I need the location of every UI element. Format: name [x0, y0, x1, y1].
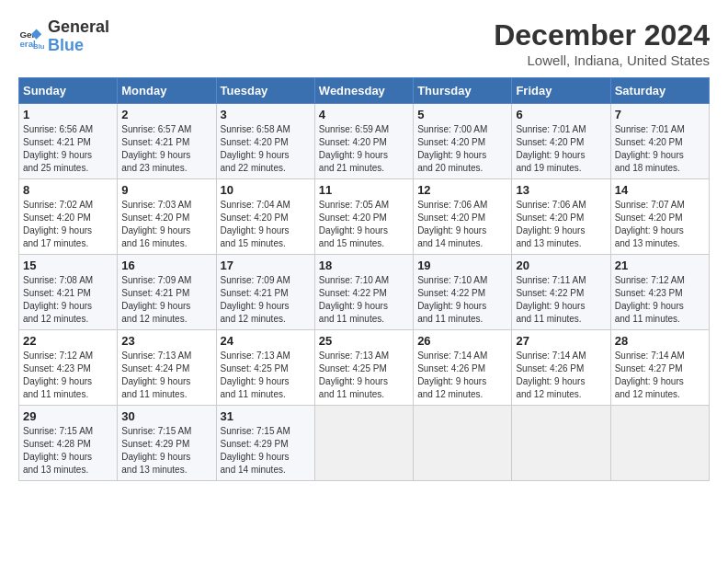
- day-number: 4: [319, 108, 409, 121]
- calendar-day-cell: 10Sunrise: 7:04 AM Sunset: 4:20 PM Dayli…: [216, 179, 314, 255]
- day-info: Sunrise: 7:09 AM Sunset: 4:21 PM Dayligh…: [121, 274, 211, 326]
- day-number: 13: [516, 183, 606, 197]
- calendar-day-cell: 14Sunrise: 7:07 AM Sunset: 4:20 PM Dayli…: [610, 179, 709, 255]
- day-info: Sunrise: 6:57 AM Sunset: 4:21 PM Dayligh…: [121, 123, 211, 175]
- calendar-day-cell: 5Sunrise: 7:00 AM Sunset: 4:20 PM Daylig…: [414, 104, 512, 179]
- calendar-day-cell: [610, 406, 709, 481]
- day-info: Sunrise: 7:05 AM Sunset: 4:20 PM Dayligh…: [319, 199, 409, 250]
- day-number: 11: [319, 183, 409, 197]
- day-number: 3: [221, 108, 311, 121]
- day-info: Sunrise: 6:56 AM Sunset: 4:21 PM Dayligh…: [23, 123, 113, 175]
- day-info: Sunrise: 7:01 AM Sunset: 4:20 PM Dayligh…: [516, 123, 606, 175]
- logo-text: General Blue: [48, 18, 109, 55]
- calendar-day-cell: 4Sunrise: 6:59 AM Sunset: 4:20 PM Daylig…: [314, 104, 413, 179]
- calendar-day-cell: 28Sunrise: 7:14 AM Sunset: 4:27 PM Dayli…: [610, 330, 709, 406]
- calendar-day-cell: 16Sunrise: 7:09 AM Sunset: 4:21 PM Dayli…: [118, 255, 216, 330]
- page-header: Gen eral Blue General Blue December 2024…: [18, 18, 710, 68]
- calendar-header-sunday: Sunday: [19, 78, 118, 104]
- calendar-day-cell: 12Sunrise: 7:06 AM Sunset: 4:20 PM Dayli…: [414, 179, 512, 255]
- day-number: 10: [221, 183, 311, 197]
- day-number: 27: [516, 334, 606, 348]
- calendar-day-cell: 20Sunrise: 7:11 AM Sunset: 4:22 PM Dayli…: [512, 255, 610, 330]
- calendar-day-cell: 1Sunrise: 6:56 AM Sunset: 4:21 PM Daylig…: [19, 104, 118, 179]
- page-subtitle: Lowell, Indiana, United States: [494, 52, 710, 68]
- calendar-day-cell: [314, 406, 413, 481]
- day-number: 18: [319, 259, 409, 272]
- calendar-day-cell: 3Sunrise: 6:58 AM Sunset: 4:20 PM Daylig…: [216, 104, 314, 179]
- day-info: Sunrise: 7:01 AM Sunset: 4:20 PM Dayligh…: [615, 123, 705, 175]
- day-number: 23: [121, 334, 211, 348]
- day-info: Sunrise: 7:03 AM Sunset: 4:20 PM Dayligh…: [121, 199, 211, 250]
- day-info: Sunrise: 7:04 AM Sunset: 4:20 PM Dayligh…: [221, 199, 311, 250]
- calendar-day-cell: 8Sunrise: 7:02 AM Sunset: 4:20 PM Daylig…: [19, 179, 118, 255]
- day-number: 29: [23, 409, 113, 423]
- day-info: Sunrise: 7:06 AM Sunset: 4:20 PM Dayligh…: [417, 199, 507, 250]
- day-number: 21: [615, 259, 705, 272]
- day-info: Sunrise: 7:09 AM Sunset: 4:21 PM Dayligh…: [221, 274, 311, 326]
- calendar-day-cell: 26Sunrise: 7:14 AM Sunset: 4:26 PM Dayli…: [414, 330, 512, 406]
- calendar-day-cell: 9Sunrise: 7:03 AM Sunset: 4:20 PM Daylig…: [118, 179, 216, 255]
- day-info: Sunrise: 7:15 AM Sunset: 4:28 PM Dayligh…: [23, 425, 113, 477]
- day-number: 14: [615, 183, 705, 197]
- day-info: Sunrise: 7:10 AM Sunset: 4:22 PM Dayligh…: [417, 274, 507, 326]
- calendar-header-row: SundayMondayTuesdayWednesdayThursdayFrid…: [19, 78, 710, 104]
- calendar-week-row: 22Sunrise: 7:12 AM Sunset: 4:23 PM Dayli…: [19, 330, 710, 406]
- day-info: Sunrise: 7:13 AM Sunset: 4:24 PM Dayligh…: [121, 350, 211, 401]
- calendar-day-cell: 24Sunrise: 7:13 AM Sunset: 4:25 PM Dayli…: [216, 330, 314, 406]
- calendar-day-cell: 13Sunrise: 7:06 AM Sunset: 4:20 PM Dayli…: [512, 179, 610, 255]
- calendar-day-cell: 7Sunrise: 7:01 AM Sunset: 4:20 PM Daylig…: [610, 104, 709, 179]
- day-info: Sunrise: 7:11 AM Sunset: 4:22 PM Dayligh…: [516, 274, 606, 326]
- calendar-day-cell: 11Sunrise: 7:05 AM Sunset: 4:20 PM Dayli…: [314, 179, 413, 255]
- calendar-day-cell: [414, 406, 512, 481]
- calendar-day-cell: 31Sunrise: 7:15 AM Sunset: 4:29 PM Dayli…: [216, 406, 314, 481]
- day-number: 26: [417, 334, 507, 348]
- calendar-header-saturday: Saturday: [610, 78, 709, 104]
- day-number: 7: [615, 108, 705, 121]
- day-info: Sunrise: 7:15 AM Sunset: 4:29 PM Dayligh…: [121, 425, 211, 477]
- day-number: 6: [516, 108, 606, 121]
- day-info: Sunrise: 7:15 AM Sunset: 4:29 PM Dayligh…: [221, 425, 311, 477]
- calendar-day-cell: 19Sunrise: 7:10 AM Sunset: 4:22 PM Dayli…: [414, 255, 512, 330]
- calendar-week-row: 8Sunrise: 7:02 AM Sunset: 4:20 PM Daylig…: [19, 179, 710, 255]
- calendar-header-friday: Friday: [512, 78, 610, 104]
- calendar-day-cell: 6Sunrise: 7:01 AM Sunset: 4:20 PM Daylig…: [512, 104, 610, 179]
- day-number: 30: [121, 409, 211, 423]
- calendar-header-wednesday: Wednesday: [314, 78, 413, 104]
- day-info: Sunrise: 7:12 AM Sunset: 4:23 PM Dayligh…: [615, 274, 705, 326]
- day-info: Sunrise: 6:59 AM Sunset: 4:20 PM Dayligh…: [319, 123, 409, 175]
- calendar-day-cell: 2Sunrise: 6:57 AM Sunset: 4:21 PM Daylig…: [118, 104, 216, 179]
- day-info: Sunrise: 7:13 AM Sunset: 4:25 PM Dayligh…: [221, 350, 311, 401]
- day-number: 19: [417, 259, 507, 272]
- day-number: 9: [121, 183, 211, 197]
- day-number: 28: [615, 334, 705, 348]
- calendar-week-row: 1Sunrise: 6:56 AM Sunset: 4:21 PM Daylig…: [19, 104, 710, 179]
- day-info: Sunrise: 7:12 AM Sunset: 4:23 PM Dayligh…: [23, 350, 113, 401]
- calendar-header-monday: Monday: [118, 78, 216, 104]
- day-info: Sunrise: 7:13 AM Sunset: 4:25 PM Dayligh…: [319, 350, 409, 401]
- calendar-day-cell: 23Sunrise: 7:13 AM Sunset: 4:24 PM Dayli…: [118, 330, 216, 406]
- calendar-day-cell: 25Sunrise: 7:13 AM Sunset: 4:25 PM Dayli…: [314, 330, 413, 406]
- day-info: Sunrise: 7:00 AM Sunset: 4:20 PM Dayligh…: [417, 123, 507, 175]
- logo-icon: Gen eral Blue: [18, 24, 44, 50]
- day-number: 15: [23, 259, 113, 272]
- day-number: 17: [221, 259, 311, 272]
- day-number: 24: [221, 334, 311, 348]
- calendar-day-cell: 17Sunrise: 7:09 AM Sunset: 4:21 PM Dayli…: [216, 255, 314, 330]
- calendar-day-cell: 15Sunrise: 7:08 AM Sunset: 4:21 PM Dayli…: [19, 255, 118, 330]
- day-info: Sunrise: 7:02 AM Sunset: 4:20 PM Dayligh…: [23, 199, 113, 250]
- day-number: 25: [319, 334, 409, 348]
- day-number: 8: [23, 183, 113, 197]
- day-number: 20: [516, 259, 606, 272]
- calendar-day-cell: [512, 406, 610, 481]
- calendar-day-cell: 29Sunrise: 7:15 AM Sunset: 4:28 PM Dayli…: [19, 406, 118, 481]
- calendar-week-row: 15Sunrise: 7:08 AM Sunset: 4:21 PM Dayli…: [19, 255, 710, 330]
- calendar-day-cell: 27Sunrise: 7:14 AM Sunset: 4:26 PM Dayli…: [512, 330, 610, 406]
- day-info: Sunrise: 7:07 AM Sunset: 4:20 PM Dayligh…: [615, 199, 705, 250]
- svg-text:Blue: Blue: [33, 41, 44, 49]
- logo: Gen eral Blue General Blue: [18, 18, 109, 55]
- day-info: Sunrise: 7:14 AM Sunset: 4:27 PM Dayligh…: [615, 350, 705, 401]
- calendar-day-cell: 21Sunrise: 7:12 AM Sunset: 4:23 PM Dayli…: [610, 255, 709, 330]
- page-title: December 2024: [494, 18, 710, 52]
- calendar-day-cell: 18Sunrise: 7:10 AM Sunset: 4:22 PM Dayli…: [314, 255, 413, 330]
- day-number: 5: [417, 108, 507, 121]
